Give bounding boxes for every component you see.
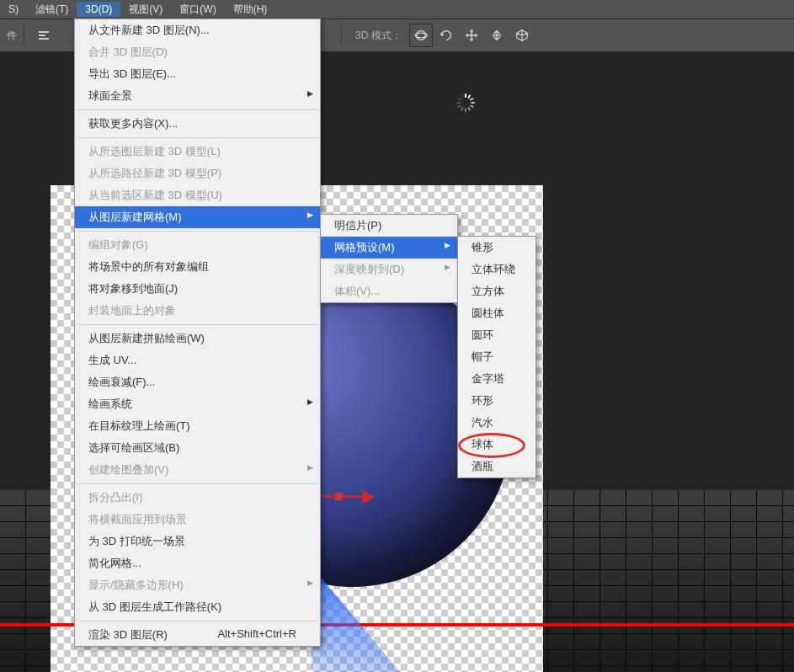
menu-item[interactable]: 将对象移到地面(J) — [75, 278, 320, 300]
preset-item-label: 圆环 — [472, 328, 493, 343]
menu-3d[interactable]: 3D(D) — [77, 2, 120, 17]
align-icon[interactable] — [32, 24, 56, 47]
toolbar-left-label: 件 — [7, 29, 17, 43]
slide-icon[interactable] — [485, 24, 509, 47]
menu-separator — [76, 324, 319, 325]
menu-item[interactable]: 将场景中的所有对象编组 — [75, 256, 320, 278]
menu-separator — [76, 483, 319, 484]
preset-item[interactable]: 圆柱体 — [458, 302, 536, 324]
orbit-icon[interactable] — [409, 24, 433, 47]
menu-item-label: 从所选图层新建 3D 模型(L) — [88, 144, 221, 159]
toolbar-separator — [341, 25, 342, 45]
preset-item[interactable]: 立体环绕 — [458, 259, 536, 280]
menu-item: 从所选图层新建 3D 模型(L) — [75, 141, 320, 163]
preset-item-label: 锥形 — [472, 240, 493, 255]
menu-s[interactable]: S) — [0, 2, 27, 17]
rotate-icon[interactable] — [434, 24, 458, 47]
submenu-item: 体积(V)... — [321, 280, 457, 302]
preset-item[interactable]: 金字塔 — [458, 368, 536, 390]
menu-item-label: 拆分凸出(I) — [88, 490, 142, 505]
submenu-item[interactable]: 网格预设(M) — [321, 237, 457, 259]
scale-icon[interactable] — [510, 24, 534, 47]
svg-rect-1 — [39, 35, 45, 36]
menu-item[interactable]: 获取更多内容(X)... — [75, 113, 320, 135]
menu-separator — [76, 109, 319, 110]
preset-item[interactable]: 汽水 — [458, 412, 536, 434]
preset-item[interactable]: 帽子 — [458, 346, 536, 368]
menu-item-label: 球面全景 — [88, 88, 132, 104]
preset-item-label: 球体 — [472, 437, 493, 452]
menu-item[interactable]: 为 3D 打印统一场景 — [75, 531, 320, 552]
menu-item-label: 生成 UV... — [88, 353, 136, 368]
menu-item[interactable]: 从文件新建 3D 图层(N)... — [75, 19, 320, 41]
menu-item[interactable]: 绘画衰减(F)... — [75, 371, 320, 393]
svg-rect-13 — [457, 104, 461, 108]
preset-item-label: 帽子 — [472, 349, 493, 365]
menu-item-label: 创建绘图叠加(V) — [88, 462, 168, 477]
menu-item-label: 编组对象(G) — [88, 237, 148, 253]
menu-item-label: 在目标纹理上绘画(T) — [88, 419, 190, 434]
menu-separator — [76, 231, 319, 232]
menu-item-label: 封装地面上的对象 — [88, 303, 176, 318]
svg-rect-2 — [39, 38, 49, 40]
svg-rect-0 — [39, 31, 49, 33]
submenu-item-label: 深度映射到(D) — [334, 262, 404, 277]
preset-item-label: 环形 — [472, 393, 493, 408]
menu-item[interactable]: 简化网格... — [75, 552, 320, 574]
menu-item[interactable]: 导出 3D 图层(E)... — [75, 63, 320, 85]
menu-window[interactable]: 窗口(W) — [171, 1, 224, 19]
pan-icon[interactable] — [460, 24, 483, 47]
menu-item: 合并 3D 图层(D) — [75, 41, 320, 63]
preset-item[interactable]: 锥形 — [458, 237, 536, 259]
preset-item-label: 立方体 — [472, 284, 504, 299]
menu-item: 拆分凸出(I) — [75, 487, 320, 509]
svg-rect-16 — [461, 94, 464, 99]
menu-item: 显示/隐藏多边形(H) — [75, 574, 320, 596]
menu-view[interactable]: 视图(V) — [120, 1, 171, 19]
menu-item[interactable]: 在目标纹理上绘画(T) — [75, 415, 320, 437]
menu-item: 从所选路径新建 3D 模型(P) — [75, 163, 320, 184]
svg-rect-15 — [457, 98, 461, 101]
svg-rect-9 — [470, 104, 474, 108]
menu-item-label: 从所选路径新建 3D 模型(P) — [88, 166, 221, 181]
menu-filter[interactable]: 滤镜(T) — [27, 1, 77, 19]
submenu-item-label: 网格预设(M) — [334, 240, 395, 255]
submenu-item-label: 体积(V)... — [334, 284, 380, 299]
preset-item[interactable]: 圆环 — [458, 324, 536, 346]
svg-rect-8 — [471, 102, 475, 104]
svg-point-3 — [416, 31, 425, 40]
preset-item[interactable]: 球体 — [458, 434, 536, 456]
menu-item[interactable]: 渲染 3D 图层(R)Alt+Shift+Ctrl+R — [75, 624, 320, 646]
menu-item[interactable]: 生成 UV... — [75, 349, 320, 371]
svg-rect-7 — [470, 98, 474, 101]
menu-item-label: 从图层新建拼贴绘画(W) — [88, 331, 205, 346]
svg-rect-14 — [456, 102, 461, 104]
menu-item[interactable]: 从图层新建网格(M) — [75, 206, 320, 228]
menu-item-label: 从 3D 图层生成工作路径(K) — [88, 600, 221, 615]
preset-item[interactable]: 立方体 — [458, 280, 536, 302]
menu-item[interactable]: 选择可绘画区域(B) — [75, 437, 320, 459]
mode-label: 3D 模式： — [355, 29, 402, 43]
menu-item: 创建绘图叠加(V) — [75, 459, 320, 481]
preset-item-label: 金字塔 — [472, 371, 504, 387]
menu-item-label: 渲染 3D 图层(R) — [88, 627, 168, 643]
menubar: S) 滤镜(T) 3D(D) 视图(V) 窗口(W) 帮助(H) — [0, 0, 794, 19]
menu-item-label: 从当前选区新建 3D 模型(U) — [88, 188, 222, 203]
x-axis-manipulator[interactable] — [312, 492, 379, 502]
menu-item-label: 将场景中的所有对象编组 — [88, 259, 209, 275]
menu-item-label: 导出 3D 图层(E)... — [88, 67, 176, 82]
preset-item[interactable]: 酒瓶 — [458, 456, 536, 477]
menu-item[interactable]: 从 3D 图层生成工作路径(K) — [75, 596, 320, 618]
menu-help[interactable]: 帮助(H) — [225, 1, 276, 19]
menu-item[interactable]: 从图层新建拼贴绘画(W) — [75, 328, 320, 349]
menu-item-label: 将对象移到地面(J) — [88, 281, 178, 296]
preset-item[interactable]: 环形 — [458, 390, 536, 412]
submenu-mesh-preset: 锥形立体环绕立方体圆柱体圆环帽子金字塔环形汽水球体酒瓶 — [457, 236, 536, 478]
submenu-item[interactable]: 明信片(P) — [321, 215, 457, 237]
toolbar-separator — [24, 25, 24, 45]
preset-item-label: 汽水 — [472, 415, 493, 430]
menu-item-label: 绘画系统 — [88, 397, 132, 412]
menu-item: 封装地面上的对象 — [75, 300, 320, 322]
menu-item[interactable]: 球面全景 — [75, 85, 320, 107]
menu-item[interactable]: 绘画系统 — [75, 393, 320, 415]
